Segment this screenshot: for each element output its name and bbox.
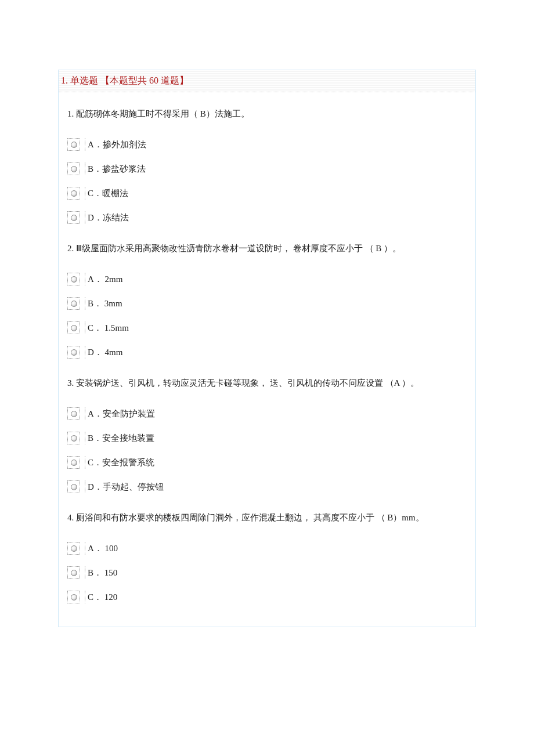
radio-inner-icon (71, 484, 77, 490)
radio-inner-icon (71, 460, 77, 466)
radio-button[interactable] (67, 480, 80, 493)
question-block: 1. 配筋砌体冬期施工时不得采用（ B）法施工。 A．掺外加剂法 B．掺盐砂浆法… (67, 107, 467, 224)
divider-icon (85, 187, 85, 200)
page-container: 1. 单选题 【本题型共 60 道题】 1. 配筋砌体冬期施工时不得采用（ B）… (58, 70, 476, 627)
radio-button[interactable] (67, 566, 80, 579)
question-block: 3. 安装锅炉送、引风机，转动应灵活无卡碰等现象， 送、引风机的传动不问应设置 … (67, 376, 467, 493)
option-row: B．安全接地装置 (67, 432, 467, 444)
question-block: 4. 厕浴间和有防水要求的楼板四周除门洞外，应作混凝土翻边， 其高度不应小于 （… (67, 511, 467, 603)
question-text: 1. 配筋砌体冬期施工时不得采用（ B）法施工。 (67, 107, 467, 121)
divider-icon (85, 407, 85, 420)
divider-icon (85, 162, 85, 175)
option-label: B．掺盐砂浆法 (88, 164, 146, 175)
radio-inner-icon (71, 349, 77, 356)
option-row: B． 150 (67, 566, 467, 579)
radio-inner-icon (71, 570, 77, 576)
option-label: D．手动起、停按钮 (88, 482, 164, 493)
radio-button[interactable] (67, 273, 80, 285)
radio-inner-icon (71, 411, 77, 417)
option-label: A．安全防护装置 (88, 408, 155, 419)
divider-icon (85, 542, 85, 555)
radio-button[interactable] (67, 321, 80, 334)
divider-icon (85, 432, 85, 444)
divider-icon (85, 138, 85, 151)
radio-inner-icon (71, 142, 77, 148)
radio-inner-icon (71, 276, 77, 283)
divider-icon (85, 480, 85, 493)
radio-button[interactable] (67, 456, 80, 469)
option-row: D．冻结法 (67, 211, 467, 224)
radio-inner-icon (71, 166, 77, 172)
radio-inner-icon (71, 594, 77, 601)
question-text: 3. 安装锅炉送、引风机，转动应灵活无卡碰等现象， 送、引风机的传动不问应设置 … (67, 376, 467, 390)
divider-icon (85, 346, 85, 359)
option-label: A． 2mm (88, 274, 122, 285)
radio-button[interactable] (67, 162, 80, 175)
radio-inner-icon (71, 301, 77, 307)
option-label: B．安全接地装置 (88, 433, 154, 444)
radio-button[interactable] (67, 187, 80, 200)
option-label: C．安全报警系统 (88, 457, 154, 468)
option-row: A．安全防护装置 (67, 407, 467, 420)
radio-button[interactable] (67, 211, 80, 224)
option-label: A． 100 (88, 543, 118, 554)
question-text: 4. 厕浴间和有防水要求的楼板四周除门洞外，应作混凝土翻边， 其高度不应小于 （… (67, 511, 467, 525)
radio-button[interactable] (67, 432, 80, 444)
radio-inner-icon (71, 215, 77, 221)
option-row: B． 3mm (67, 297, 467, 310)
section-header-text: 1. 单选题 【本题型共 60 道题】 (61, 75, 189, 85)
divider-icon (85, 297, 85, 310)
option-label: C． 1.5mm (88, 323, 129, 334)
option-row: A． 100 (67, 542, 467, 555)
divider-icon (85, 566, 85, 579)
radio-inner-icon (71, 545, 77, 552)
radio-inner-icon (71, 190, 77, 197)
option-row: A．掺外加剂法 (67, 138, 467, 151)
option-row: D． 4mm (67, 346, 467, 359)
option-label: C．暖棚法 (88, 188, 128, 199)
option-label: B． 3mm (88, 298, 122, 309)
radio-button[interactable] (67, 297, 80, 310)
option-row: C．暖棚法 (67, 187, 467, 200)
radio-button[interactable] (67, 591, 80, 603)
section-header: 1. 单选题 【本题型共 60 道题】 (59, 70, 475, 92)
divider-icon (85, 321, 85, 334)
radio-button[interactable] (67, 346, 80, 359)
radio-button[interactable] (67, 138, 80, 151)
option-row: C． 120 (67, 591, 467, 603)
option-label: C． 120 (88, 592, 117, 603)
option-row: A． 2mm (67, 273, 467, 285)
option-label: A．掺外加剂法 (88, 139, 146, 150)
question-block: 2. Ⅲ级屋面防水采用高聚物改性沥青防水卷材一道设防时， 卷材厚度不应小于 （ … (67, 241, 467, 359)
divider-icon (85, 456, 85, 469)
radio-inner-icon (71, 325, 77, 331)
option-row: B．掺盐砂浆法 (67, 162, 467, 175)
option-row: C． 1.5mm (67, 321, 467, 334)
option-label: D．冻结法 (88, 212, 129, 223)
divider-icon (85, 591, 85, 603)
radio-button[interactable] (67, 407, 80, 420)
divider-icon (85, 273, 85, 285)
option-label: D． 4mm (88, 347, 122, 358)
option-label: B． 150 (88, 567, 117, 578)
radio-button[interactable] (67, 542, 80, 555)
radio-inner-icon (71, 435, 77, 442)
divider-icon (85, 211, 85, 224)
option-row: C．安全报警系统 (67, 456, 467, 469)
question-text: 2. Ⅲ级屋面防水采用高聚物改性沥青防水卷材一道设防时， 卷材厚度不应小于 （ … (67, 241, 467, 255)
option-row: D．手动起、停按钮 (67, 480, 467, 493)
